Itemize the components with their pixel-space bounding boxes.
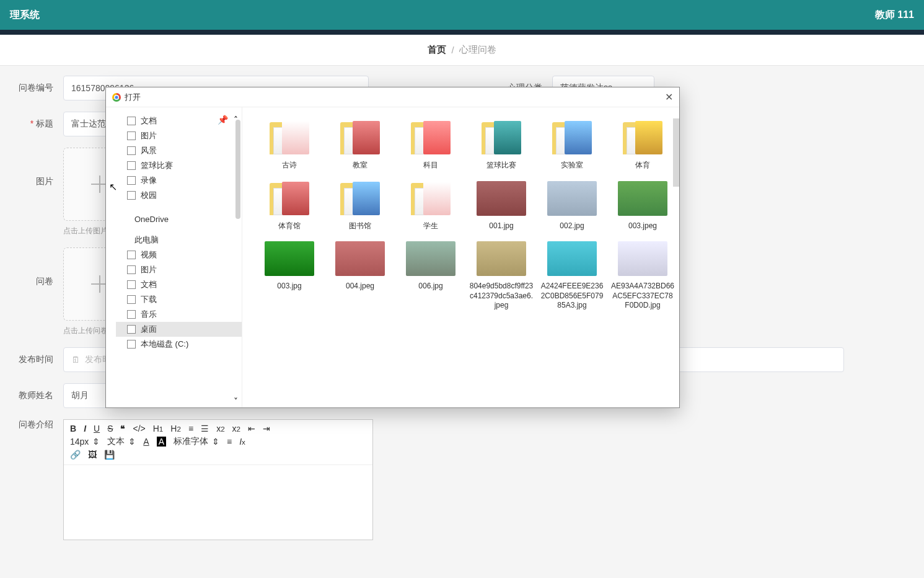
- image-item[interactable]: 003.jpeg: [610, 179, 675, 231]
- sidebar-item[interactable]: 风景: [116, 143, 242, 158]
- file-icon: [127, 191, 136, 200]
- sidebar-item[interactable]: 下载: [116, 292, 242, 307]
- id-label: 问卷编号: [12, 82, 53, 94]
- ul-button[interactable]: ☰: [201, 424, 209, 434]
- image-item[interactable]: 804e9d5bd8cf9ff23c412379dc5a3ae6.jpeg: [469, 239, 534, 311]
- file-icon: [127, 251, 136, 259]
- folder-item[interactable]: 体育馆: [257, 179, 322, 231]
- quote-button[interactable]: ❝: [120, 424, 125, 434]
- sidebar-item[interactable]: 桌面: [116, 322, 242, 337]
- sidebar-item[interactable]: 文档: [116, 277, 242, 292]
- strike-button[interactable]: S: [107, 424, 113, 434]
- h2-button[interactable]: H2: [170, 424, 181, 434]
- image-item[interactable]: A2424FEEE9E2362C0BD856E5F07985A3.jpg: [540, 239, 604, 311]
- folder-item[interactable]: 图书馆: [328, 179, 392, 231]
- align-button[interactable]: ≡: [227, 437, 232, 447]
- image-item[interactable]: 001.jpg: [469, 179, 534, 231]
- folder-item[interactable]: 学生: [398, 179, 463, 231]
- sidebar-item[interactable]: 音乐: [116, 307, 242, 322]
- title-label: 标题: [12, 118, 53, 130]
- sidebar-thispc[interactable]: 此电脑: [116, 233, 242, 247]
- dialog-title: 打开: [125, 92, 141, 103]
- publish-label: 发布时间: [12, 354, 53, 365]
- image-item[interactable]: 003.jpg: [257, 239, 322, 311]
- editor-toolbar: B I U S ❝ </> H1 H2 ≡ ☰ x2 x2 ⇤ ⇥ 14px⇕: [64, 420, 372, 465]
- sidebar-scrollbar[interactable]: [235, 120, 240, 219]
- editor-body[interactable]: [64, 465, 372, 540]
- intro-label: 问卷介绍: [12, 419, 53, 430]
- file-icon: [127, 325, 136, 334]
- survey-label: 问卷: [12, 276, 53, 287]
- bg-color-button[interactable]: A: [157, 437, 166, 447]
- system-title: 理系统: [10, 9, 40, 22]
- file-icon: [127, 340, 136, 349]
- pin-icon[interactable]: 📌: [218, 115, 228, 125]
- folder-item[interactable]: 科目: [398, 118, 463, 171]
- file-icon: [127, 161, 136, 170]
- breadcrumb-sep: /: [451, 45, 454, 55]
- top-bar: 理系统 教师 111: [0, 0, 924, 30]
- ol-button[interactable]: ≡: [188, 424, 193, 434]
- folder-item[interactable]: 实验室: [540, 118, 604, 171]
- sidebar-item[interactable]: 图片: [116, 262, 242, 277]
- clear-format-button[interactable]: Ix: [239, 437, 245, 447]
- sidebar-item[interactable]: 图片: [116, 128, 242, 143]
- sidebar-item[interactable]: 校园: [116, 188, 242, 203]
- file-icon: [127, 295, 136, 304]
- file-open-dialog: 打开 ✕ 📌 ˄ 文档图片风景篮球比赛录像校园 OneDrive 此电脑 视频图…: [105, 87, 680, 408]
- bold-button[interactable]: B: [70, 424, 76, 434]
- sidebar-item[interactable]: 视频: [116, 247, 242, 262]
- file-icon: [127, 146, 136, 155]
- code-button[interactable]: </>: [133, 424, 145, 434]
- sidebar-onedrive[interactable]: OneDrive: [116, 211, 242, 226]
- file-icon: [127, 117, 136, 125]
- folder-item[interactable]: 教室: [328, 118, 392, 171]
- file-icon: [127, 280, 136, 289]
- image-label: 图片: [12, 176, 53, 187]
- font-color-button[interactable]: A: [143, 437, 149, 447]
- image-item[interactable]: 006.jpg: [398, 239, 463, 311]
- image-item[interactable]: 004.jpeg: [328, 239, 392, 311]
- calendar-icon: 🗓: [71, 355, 80, 365]
- rich-editor: B I U S ❝ </> H1 H2 ≡ ☰ x2 x2 ⇤ ⇥ 14px⇕: [63, 419, 373, 540]
- row-intro: 问卷介绍 B I U S ❝ </> H1 H2 ≡ ☰ x2 x2 ⇤ ⇥: [12, 419, 912, 540]
- teacher-label: 教师姓名: [12, 390, 53, 401]
- breadcrumb-current: 心理问卷: [459, 44, 496, 56]
- folder-item[interactable]: 篮球比赛: [469, 118, 534, 171]
- file-icon: [127, 265, 136, 274]
- expand-icon[interactable]: ˅: [234, 396, 238, 406]
- underline-button[interactable]: U: [94, 424, 100, 434]
- file-icon: [127, 131, 136, 140]
- image-item[interactable]: 002.jpg: [540, 179, 604, 231]
- subscript-button[interactable]: x2: [216, 424, 224, 434]
- sidebar-item[interactable]: 本地磁盘 (C:): [116, 337, 242, 352]
- sidebar-item[interactable]: 录像: [116, 173, 242, 188]
- dark-divider: [0, 30, 924, 35]
- dialog-file-area: 古诗教室科目篮球比赛实验室体育体育馆图书馆学生001.jpg002.jpg003…: [242, 107, 679, 407]
- font-size-dd[interactable]: 14px⇕: [70, 437, 100, 447]
- close-button[interactable]: ✕: [665, 91, 673, 103]
- outdent-button[interactable]: ⇥: [263, 424, 270, 434]
- folder-item[interactable]: 古诗: [257, 118, 322, 171]
- indent-button[interactable]: ⇤: [248, 424, 255, 434]
- sidebar-item[interactable]: 篮球比赛: [116, 158, 242, 173]
- superscript-button[interactable]: x2: [232, 424, 240, 434]
- link-button[interactable]: 🔗: [70, 450, 81, 460]
- text-dd[interactable]: 文本⇕: [107, 436, 136, 447]
- breadcrumb-home[interactable]: 首页: [428, 44, 446, 56]
- dialog-titlebar[interactable]: 打开 ✕: [106, 87, 679, 107]
- breadcrumb: 首页 / 心理问卷: [0, 35, 924, 66]
- font-family-dd[interactable]: 标准字体⇕: [174, 436, 219, 447]
- user-label[interactable]: 教师 111: [875, 9, 914, 22]
- image-button[interactable]: 🖼: [88, 450, 97, 460]
- image-item[interactable]: AE93A4A732BD66AC5EFC337EC78F0D0D.jpg: [610, 239, 675, 311]
- h1-button[interactable]: H1: [153, 424, 164, 434]
- dialog-sidebar: 📌 ˄ 文档图片风景篮球比赛录像校园 OneDrive 此电脑 视频图片文档下载…: [106, 107, 242, 407]
- file-icon: [127, 176, 136, 185]
- chrome-icon: [112, 93, 121, 102]
- save-button[interactable]: 💾: [104, 450, 115, 460]
- folder-item[interactable]: 体育: [610, 118, 675, 171]
- file-icon: [127, 310, 136, 319]
- italic-button[interactable]: I: [84, 424, 86, 434]
- main-scrollbar[interactable]: [673, 118, 679, 187]
